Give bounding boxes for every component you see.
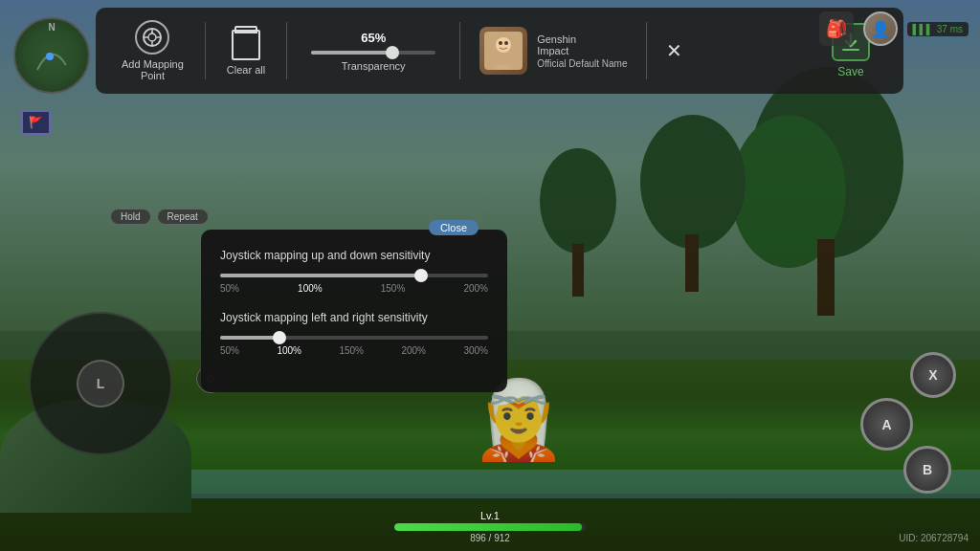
popup-slider1-fill <box>220 274 421 277</box>
add-mapping-button[interactable]: Add Mapping Point <box>110 20 195 81</box>
popup-slider2-thumb[interactable] <box>273 331 286 344</box>
divider-3 <box>459 22 460 79</box>
popup-slider1-labels: 50% 100% 150% 200% <box>220 283 488 294</box>
transparency-slider[interactable] <box>311 51 435 55</box>
flag-marker: 🚩 <box>21 110 51 135</box>
game-title: Genshin <box>537 33 627 45</box>
label-100pct-1: 100% <box>298 283 323 294</box>
svg-point-16 <box>496 37 511 53</box>
label-100pct-2: 100% <box>277 345 301 356</box>
popup-slider2-fill <box>220 336 279 340</box>
game-default-name: Official Default Name <box>537 58 627 69</box>
popup-close-button[interactable]: Close <box>429 220 479 235</box>
a-button[interactable]: A <box>860 398 913 451</box>
uid-text: UID: 206728794 <box>899 533 969 543</box>
avatar[interactable]: 👤 <box>863 11 898 46</box>
level-text: Lv.1 <box>480 510 500 521</box>
divider-4 <box>646 22 647 79</box>
transparency-label: Transparency <box>342 60 406 72</box>
label-50pct-1: 50% <box>220 283 239 294</box>
compass-icon <box>135 20 169 55</box>
label-50pct-2: 50% <box>220 345 239 356</box>
repeat-button[interactable]: Repeat <box>157 209 209 225</box>
game-subtitle: Impact <box>537 45 627 56</box>
toolbar: Add Mapping Point Clear all 65% Transpar… <box>96 8 903 94</box>
transparency-percent: 65% <box>361 31 386 45</box>
transparency-slider-fill <box>311 51 392 55</box>
joystick[interactable]: L <box>29 312 172 455</box>
svg-rect-4 <box>685 234 699 292</box>
transparency-section: 65% Transparency <box>297 31 450 72</box>
hold-button[interactable]: Hold <box>110 209 151 225</box>
b-button[interactable]: B <box>903 446 951 494</box>
popup-slider1-container: 50% 100% 150% 200% <box>220 274 488 294</box>
x-button[interactable]: X <box>910 352 956 398</box>
label-300pct-2: 300% <box>463 345 488 356</box>
latency-text: 37 ms <box>937 24 963 34</box>
hold-repeat-controls: Hold Repeat <box>110 209 209 225</box>
svg-rect-6 <box>572 244 584 297</box>
signal-badge: ▌▌▌ 37 ms <box>907 22 969 36</box>
inventory-button[interactable]: 🎒 <box>819 11 854 46</box>
popup-slider2-labels: 50% 100% 150% 200% 300% <box>220 345 488 356</box>
popup-slider1-thumb[interactable] <box>414 269 428 282</box>
transparency-slider-thumb[interactable] <box>386 46 399 59</box>
divider-2 <box>286 22 287 79</box>
add-mapping-label: Add Mapping Point <box>122 58 184 81</box>
close-button[interactable]: ✕ <box>657 33 691 68</box>
clear-all-button[interactable]: Clear all <box>215 26 277 76</box>
popup-slider2[interactable] <box>220 336 488 340</box>
sensitivity-popup: Close Joystick mapping up and down sensi… <box>201 230 507 392</box>
minimap-player-marker <box>46 53 54 60</box>
label-200pct-1: 200% <box>463 283 488 294</box>
label-200pct-2: 200% <box>401 345 426 356</box>
top-right-controls: 🎒 👤 ▌▌▌ 37 ms <box>819 11 969 46</box>
svg-point-17 <box>499 41 502 45</box>
popup-section1-title: Joystick mapping up and down sensitivity <box>220 249 488 262</box>
popup-section2-title: Joystick mapping left and right sensitiv… <box>220 311 488 324</box>
svg-point-9 <box>148 33 156 41</box>
joystick-inner: L <box>77 360 124 408</box>
label-150pct-2: 150% <box>339 345 364 356</box>
game-icon <box>479 27 527 75</box>
popup-slider1[interactable] <box>220 274 488 277</box>
trash-icon <box>232 30 260 60</box>
svg-rect-2 <box>817 239 835 316</box>
divider-1 <box>205 22 206 79</box>
exp-bar-fill <box>394 523 582 531</box>
popup-slider2-container: 50% 100% 150% 200% 300% <box>220 336 488 356</box>
label-150pct-1: 150% <box>381 283 406 294</box>
exp-bar <box>394 523 586 531</box>
minimap-north: N <box>48 22 55 33</box>
svg-point-18 <box>504 41 508 45</box>
hp-text: 896 / 912 <box>470 533 510 543</box>
clear-all-label: Clear all <box>227 64 265 76</box>
bottom-hud: Lv.1 896 / 912 <box>394 510 586 543</box>
game-name-section: Genshin Impact Official Default Name <box>470 27 636 75</box>
signal-bars: ▌▌▌ <box>913 24 933 34</box>
svg-point-3 <box>640 115 746 249</box>
minimap: N <box>13 17 90 94</box>
save-label: Save <box>837 65 863 78</box>
game-info: Genshin Impact Official Default Name <box>537 33 627 69</box>
svg-point-5 <box>540 148 616 253</box>
